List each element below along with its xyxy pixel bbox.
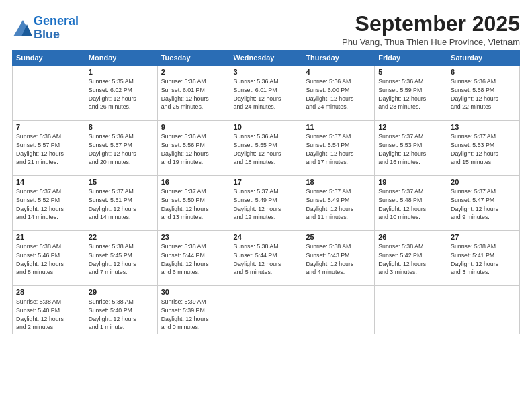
- logo-text: General Blue: [34, 15, 79, 42]
- weekday-header-row: SundayMondayTuesdayWednesdayThursdayFrid…: [13, 50, 520, 66]
- calendar-cell: 22Sunrise: 5:38 AMSunset: 5:45 PMDayligh…: [85, 231, 157, 286]
- weekday-header-wednesday: Wednesday: [230, 50, 302, 66]
- month-title: September 2025: [342, 12, 520, 36]
- day-info: Sunrise: 5:38 AMSunset: 5:41 PMDaylight:…: [451, 242, 516, 277]
- day-number: 19: [378, 178, 443, 186]
- day-info: Sunrise: 5:37 AMSunset: 5:52 PMDaylight:…: [16, 187, 81, 222]
- week-row-2: 7Sunrise: 5:36 AMSunset: 5:57 PMDaylight…: [13, 121, 520, 176]
- calendar-cell: 27Sunrise: 5:38 AMSunset: 5:41 PMDayligh…: [447, 231, 520, 286]
- day-info: Sunrise: 5:35 AMSunset: 6:02 PMDaylight:…: [89, 77, 154, 111]
- weekday-header-friday: Friday: [375, 50, 447, 66]
- day-info: Sunrise: 5:38 AMSunset: 5:44 PMDaylight:…: [161, 242, 226, 277]
- calendar-table: SundayMondayTuesdayWednesdayThursdayFrid…: [12, 50, 520, 334]
- day-info: Sunrise: 5:38 AMSunset: 5:42 PMDaylight:…: [378, 242, 443, 277]
- day-number: 9: [161, 123, 226, 131]
- header: General Blue September 2025 Phu Vang, Th…: [12, 12, 520, 47]
- week-row-4: 21Sunrise: 5:38 AMSunset: 5:46 PMDayligh…: [13, 231, 520, 286]
- day-number: 20: [451, 178, 516, 186]
- calendar-cell: [447, 286, 520, 334]
- calendar-cell: 2Sunrise: 5:36 AMSunset: 6:01 PMDaylight…: [157, 66, 230, 121]
- calendar-cell: 19Sunrise: 5:37 AMSunset: 5:48 PMDayligh…: [375, 176, 447, 231]
- weekday-header-sunday: Sunday: [13, 50, 85, 66]
- calendar-cell: 1Sunrise: 5:35 AMSunset: 6:02 PMDaylight…: [85, 66, 157, 121]
- day-info: Sunrise: 5:37 AMSunset: 5:48 PMDaylight:…: [378, 187, 443, 222]
- calendar-cell: [375, 286, 447, 334]
- weekday-header-thursday: Thursday: [302, 50, 375, 66]
- week-row-3: 14Sunrise: 5:37 AMSunset: 5:52 PMDayligh…: [13, 176, 520, 231]
- day-info: Sunrise: 5:38 AMSunset: 5:40 PMDaylight:…: [16, 298, 81, 332]
- day-number: 2: [161, 68, 226, 76]
- day-info: Sunrise: 5:36 AMSunset: 6:00 PMDaylight:…: [306, 77, 371, 111]
- calendar-cell: 9Sunrise: 5:36 AMSunset: 5:56 PMDaylight…: [157, 121, 230, 176]
- calendar-cell: [230, 286, 302, 334]
- day-info: Sunrise: 5:36 AMSunset: 5:58 PMDaylight:…: [451, 77, 516, 111]
- day-number: 16: [161, 178, 226, 186]
- day-info: Sunrise: 5:39 AMSunset: 5:39 PMDaylight:…: [161, 298, 226, 332]
- calendar-cell: 3Sunrise: 5:36 AMSunset: 6:01 PMDaylight…: [230, 66, 302, 121]
- day-number: 23: [161, 233, 226, 241]
- day-number: 30: [161, 288, 226, 296]
- calendar-cell: 11Sunrise: 5:37 AMSunset: 5:54 PMDayligh…: [302, 121, 375, 176]
- day-number: 3: [234, 68, 299, 76]
- day-number: 29: [89, 288, 154, 296]
- calendar-cell: 4Sunrise: 5:36 AMSunset: 6:00 PMDaylight…: [302, 66, 375, 121]
- day-number: 22: [89, 233, 154, 241]
- day-info: Sunrise: 5:37 AMSunset: 5:50 PMDaylight:…: [161, 187, 226, 222]
- calendar-cell: [13, 66, 85, 121]
- calendar-cell: 21Sunrise: 5:38 AMSunset: 5:46 PMDayligh…: [13, 231, 85, 286]
- calendar-cell: 7Sunrise: 5:36 AMSunset: 5:57 PMDaylight…: [13, 121, 85, 176]
- calendar-cell: 18Sunrise: 5:37 AMSunset: 5:49 PMDayligh…: [302, 176, 375, 231]
- day-number: 24: [234, 233, 299, 241]
- day-number: 1: [89, 68, 154, 76]
- calendar-cell: 29Sunrise: 5:38 AMSunset: 5:40 PMDayligh…: [85, 286, 157, 334]
- calendar-cell: [302, 286, 375, 334]
- day-number: 28: [16, 288, 81, 296]
- calendar-cell: 13Sunrise: 5:37 AMSunset: 5:53 PMDayligh…: [447, 121, 520, 176]
- day-info: Sunrise: 5:37 AMSunset: 5:49 PMDaylight:…: [234, 187, 299, 222]
- weekday-header-saturday: Saturday: [447, 50, 520, 66]
- day-info: Sunrise: 5:36 AMSunset: 6:01 PMDaylight:…: [161, 77, 226, 111]
- day-number: 15: [89, 178, 154, 186]
- day-info: Sunrise: 5:36 AMSunset: 5:57 PMDaylight:…: [16, 132, 81, 167]
- day-info: Sunrise: 5:38 AMSunset: 5:46 PMDaylight:…: [16, 242, 81, 277]
- day-number: 11: [306, 123, 371, 131]
- calendar-cell: 5Sunrise: 5:36 AMSunset: 5:59 PMDaylight…: [375, 66, 447, 121]
- day-info: Sunrise: 5:36 AMSunset: 5:57 PMDaylight:…: [89, 132, 154, 167]
- day-info: Sunrise: 5:37 AMSunset: 5:53 PMDaylight:…: [378, 132, 443, 167]
- day-info: Sunrise: 5:38 AMSunset: 5:40 PMDaylight:…: [89, 298, 154, 332]
- logo: General Blue: [12, 15, 79, 42]
- calendar-cell: 24Sunrise: 5:38 AMSunset: 5:44 PMDayligh…: [230, 231, 302, 286]
- calendar-cell: 12Sunrise: 5:37 AMSunset: 5:53 PMDayligh…: [375, 121, 447, 176]
- calendar-cell: 16Sunrise: 5:37 AMSunset: 5:50 PMDayligh…: [157, 176, 230, 231]
- day-number: 18: [306, 178, 371, 186]
- day-number: 17: [234, 178, 299, 186]
- weekday-header-tuesday: Tuesday: [157, 50, 230, 66]
- day-number: 5: [378, 68, 443, 76]
- day-number: 14: [16, 178, 81, 186]
- day-info: Sunrise: 5:37 AMSunset: 5:47 PMDaylight:…: [451, 187, 516, 222]
- calendar-cell: 8Sunrise: 5:36 AMSunset: 5:57 PMDaylight…: [85, 121, 157, 176]
- title-block: September 2025 Phu Vang, Thua Thien Hue …: [342, 12, 520, 47]
- day-number: 10: [234, 123, 299, 131]
- day-number: 21: [16, 233, 81, 241]
- calendar-cell: 30Sunrise: 5:39 AMSunset: 5:39 PMDayligh…: [157, 286, 230, 334]
- day-number: 8: [89, 123, 154, 131]
- logo-icon: [12, 19, 31, 38]
- calendar-cell: 23Sunrise: 5:38 AMSunset: 5:44 PMDayligh…: [157, 231, 230, 286]
- calendar-cell: 14Sunrise: 5:37 AMSunset: 5:52 PMDayligh…: [13, 176, 85, 231]
- day-info: Sunrise: 5:36 AMSunset: 5:56 PMDaylight:…: [161, 132, 226, 167]
- weekday-header-monday: Monday: [85, 50, 157, 66]
- week-row-1: 1Sunrise: 5:35 AMSunset: 6:02 PMDaylight…: [13, 66, 520, 121]
- day-info: Sunrise: 5:36 AMSunset: 5:55 PMDaylight:…: [234, 132, 299, 167]
- calendar-cell: 6Sunrise: 5:36 AMSunset: 5:58 PMDaylight…: [447, 66, 520, 121]
- day-info: Sunrise: 5:38 AMSunset: 5:43 PMDaylight:…: [306, 242, 371, 277]
- day-info: Sunrise: 5:37 AMSunset: 5:53 PMDaylight:…: [451, 132, 516, 167]
- day-info: Sunrise: 5:37 AMSunset: 5:51 PMDaylight:…: [89, 187, 154, 222]
- calendar-cell: 17Sunrise: 5:37 AMSunset: 5:49 PMDayligh…: [230, 176, 302, 231]
- calendar-cell: 20Sunrise: 5:37 AMSunset: 5:47 PMDayligh…: [447, 176, 520, 231]
- day-number: 13: [451, 123, 516, 131]
- calendar-cell: 25Sunrise: 5:38 AMSunset: 5:43 PMDayligh…: [302, 231, 375, 286]
- calendar-cell: 26Sunrise: 5:38 AMSunset: 5:42 PMDayligh…: [375, 231, 447, 286]
- day-number: 4: [306, 68, 371, 76]
- day-number: 27: [451, 233, 516, 241]
